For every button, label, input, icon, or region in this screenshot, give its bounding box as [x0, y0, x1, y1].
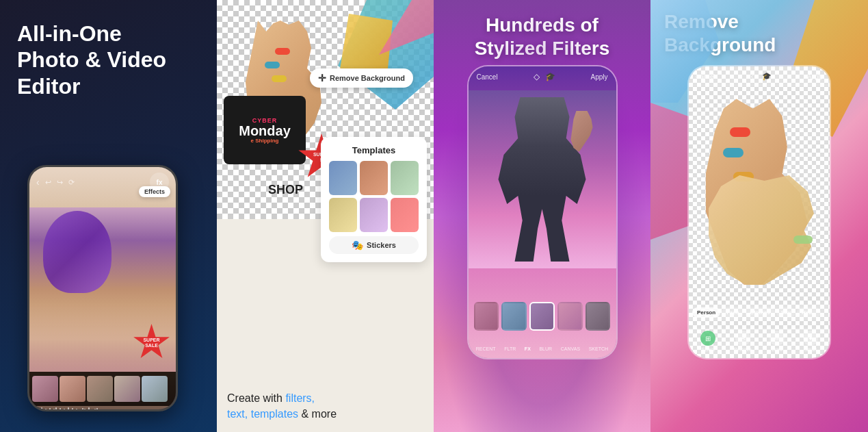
cyber-monday-card: CYBER Monday e Shipping	[224, 96, 306, 164]
phone-mockup-1: ‹ ↩ ↪ ⟳ fx Effects	[27, 165, 178, 411]
template-thumb-3	[391, 161, 419, 195]
cancel-btn-3: Cancel	[477, 73, 498, 81]
filter-tab-fltr: FLTR	[504, 346, 516, 351]
action-draw: ✏ Draw	[770, 331, 785, 352]
category-hea: Hea...	[797, 307, 821, 318]
filter-tab-blur: BLUR	[539, 346, 552, 351]
diamond-icon: ◇	[534, 72, 540, 81]
templates-title: Templates	[329, 145, 419, 155]
ring-red	[730, 127, 750, 137]
phone-top-bar-4: Cancel ◇ 🎓 Apply	[689, 66, 830, 86]
filter-tab-fx: FX	[525, 346, 531, 351]
action-select: ⊞ Select	[700, 331, 715, 352]
ring-green	[793, 236, 813, 244]
phone-frame-3: Cancel ◇ 🎓 Apply	[467, 65, 618, 359]
draw-icon: ✏	[770, 331, 785, 346]
highlight-text: filters,text, templates	[227, 392, 315, 419]
stickers-icon: 🎭	[352, 240, 363, 251]
cursor-icon: ✛	[318, 73, 326, 84]
templates-card: Templates 🎭 Stickers	[321, 137, 427, 262]
filter-tab-canvas: CANVAS	[561, 346, 580, 351]
category-face: Face	[722, 307, 744, 318]
cyber-label: CYBER	[252, 117, 278, 124]
template-thumb-2	[360, 161, 388, 195]
top-icons-3: ◇ 🎓	[534, 72, 555, 81]
second-hand	[702, 175, 826, 285]
ring-blue	[723, 148, 744, 157]
cancel-btn-4: Cancel	[696, 73, 715, 80]
panel-4: Remove Background Cancel ◇ 🎓 Apply	[650, 0, 868, 432]
filter-thumb-2	[501, 302, 527, 331]
templates-grid	[329, 161, 419, 232]
panel-2-bottom-text: Create with filters,text, templates & mo…	[227, 391, 337, 422]
category-sky: Sky	[776, 307, 795, 318]
panel-3: Hundreds of Stylized Filters Cancel ◇ 🎓 …	[434, 0, 650, 432]
stickers-chip: 🎭 Stickers	[329, 236, 419, 254]
template-thumb-1	[329, 161, 357, 195]
apply-btn-3: Apply	[590, 73, 607, 81]
hat-icon-4: 🎓	[762, 72, 772, 81]
top-icons-4: ◇ 🎓	[751, 72, 772, 81]
select-icon: ⊞	[700, 331, 715, 346]
remove-bg-chip: ✛ Remove Background	[310, 68, 413, 88]
filter-thumb-5	[586, 302, 611, 331]
filter-thumbs-3	[469, 302, 616, 331]
hat-icon: 🎓	[545, 72, 555, 81]
category-clothes: Clothes	[745, 307, 774, 318]
monday-label: Monday	[239, 124, 291, 138]
template-thumb-4	[329, 198, 357, 232]
filter-nav-3: RECENT FLTR FX BLUR CANVAS SKETCH	[469, 346, 616, 351]
action-remove: ✂ Remove	[734, 331, 752, 352]
template-thumb-5	[360, 198, 388, 232]
template-thumb-6	[391, 198, 419, 232]
panel-2: ✛ Remove Background CYBER Monday e Shipp…	[217, 0, 434, 432]
filter-thumb-3-active	[529, 302, 555, 331]
audio-wave	[32, 406, 173, 409]
filter-thumb-4	[557, 302, 583, 331]
action-smart: ✦ Smart	[803, 331, 818, 352]
effects-label: Effects	[139, 186, 170, 197]
action-bar-4: ⊞ Select ✂ Remove ✏ Draw ✦ Smart	[689, 328, 830, 355]
stickers-label: Stickers	[367, 241, 396, 249]
category-bar-4: Person Face Clothes Sky Hea...	[689, 305, 830, 320]
phone-top-bar-3: Cancel ◇ 🎓 Apply	[469, 66, 616, 87]
filter-tab-recent: RECENT	[476, 346, 496, 351]
panel-1: All-in-One Photo & Video Editor ‹ ↩ ↪ ⟳ …	[0, 0, 217, 432]
remove-icon: ✂	[735, 331, 750, 346]
timeline-strip	[29, 372, 176, 406]
panel-1-title: All-in-One Photo & Video Editor	[17, 21, 166, 99]
diamond-icon-4: ◇	[751, 72, 757, 81]
category-person: Person	[692, 307, 720, 318]
filter-thumb-1	[474, 302, 499, 331]
phone-frame-4: Cancel ◇ 🎓 Apply	[687, 65, 831, 359]
apply-btn-4: Apply	[807, 73, 823, 80]
smart-icon: ✦	[803, 331, 818, 346]
filter-tab-sketch: SKETCH	[589, 346, 608, 351]
shop-text: SHOP	[268, 183, 303, 197]
shipping-label: e Shipping	[251, 138, 279, 144]
